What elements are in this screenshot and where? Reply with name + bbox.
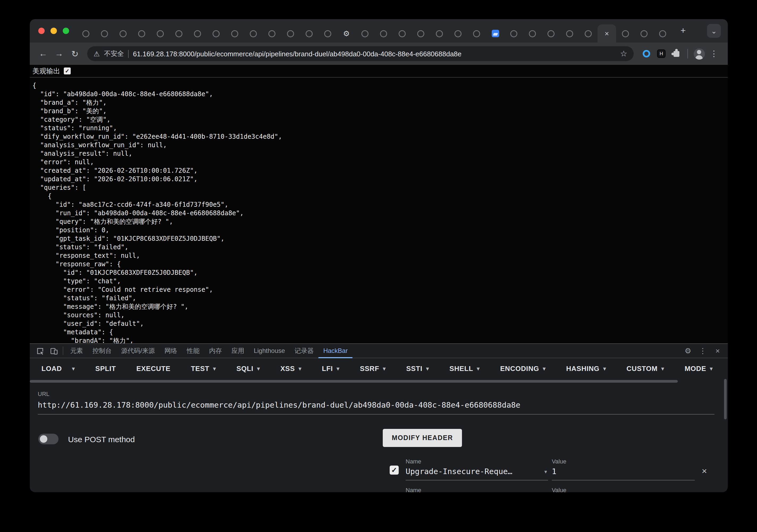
tab-search-chevron-button[interactable]: ⌄ — [707, 24, 721, 38]
new-tab-button[interactable]: + — [676, 24, 690, 38]
minimize-window-button[interactable] — [50, 28, 57, 34]
hackbar-button-sqli[interactable]: SQLI▾ — [236, 364, 260, 372]
browser-tab[interactable] — [169, 24, 188, 43]
hackbar-button-ssti[interactable]: SSTI▾ — [406, 364, 429, 372]
back-icon[interactable]: ← — [35, 46, 51, 62]
close-window-button[interactable] — [38, 28, 45, 34]
globe-favicon-icon — [436, 30, 443, 37]
extensions-puzzle-icon[interactable] — [669, 46, 683, 61]
browser-tab[interactable] — [76, 24, 95, 43]
browser-tab[interactable] — [635, 24, 653, 43]
devtools-menu-dots-icon[interactable]: ⋮ — [696, 345, 710, 357]
browser-tab[interactable] — [430, 24, 449, 43]
globe-favicon-icon — [361, 30, 368, 37]
browser-tab[interactable] — [542, 24, 560, 43]
active-tab[interactable]: × — [597, 24, 616, 43]
devtools-tab-lighthouse[interactable]: Lighthouse — [249, 343, 290, 358]
inspect-element-icon[interactable] — [33, 345, 47, 357]
tab-close-icon[interactable]: × — [605, 30, 609, 37]
browser-tab[interactable] — [300, 24, 318, 43]
hackbar-button-xss[interactable]: XSS▾ — [281, 364, 301, 372]
json-line: "status": "running", — [32, 124, 728, 132]
device-toolbar-icon[interactable] — [47, 345, 61, 357]
browser-menu-icon[interactable]: ⋮ — [707, 46, 721, 61]
browser-tab[interactable] — [411, 24, 430, 43]
browser-tab[interactable] — [616, 24, 635, 43]
header-enabled-checkbox[interactable]: ✓ — [390, 465, 399, 475]
devtools-tab-hackbar[interactable]: HackBar — [318, 343, 352, 358]
devtools-tab-内存[interactable]: 内存 — [204, 343, 227, 358]
gear-favicon-icon: ⚙ — [343, 30, 349, 37]
hackbar-button-custom[interactable]: CUSTOM▾ — [626, 364, 664, 372]
browser-tab[interactable] — [504, 24, 523, 43]
json-line: "type": "chat", — [32, 277, 728, 285]
hackbar-button-shell[interactable]: SHELL▾ — [449, 364, 480, 372]
browser-tab[interactable] — [356, 24, 374, 43]
hackbar-button-encoding[interactable]: ENCODING▾ — [500, 364, 546, 372]
browser-tab[interactable] — [151, 24, 169, 43]
devtools-tab-网络[interactable]: 网络 — [160, 343, 182, 358]
hackbar-button-load[interactable]: LOAD▾ — [42, 364, 75, 372]
browser-tab[interactable] — [263, 24, 281, 43]
toolbar-separator — [687, 49, 688, 58]
browser-tab[interactable] — [114, 24, 132, 43]
browser-tab[interactable] — [374, 24, 393, 43]
header-name-select[interactable]: Upgrade-Insecure-Reque… ▾ — [406, 464, 548, 481]
browser-tab[interactable] — [132, 24, 151, 43]
use-post-toggle[interactable] — [38, 434, 58, 444]
devtools-tab-元素[interactable]: 元素 — [65, 343, 88, 358]
profile-avatar[interactable] — [692, 46, 707, 61]
devtools-tab-源代码/来源[interactable]: 源代码/来源 — [116, 343, 160, 358]
browser-tab[interactable] — [560, 24, 579, 43]
hackbar-button-lfi[interactable]: LFI▾ — [322, 364, 339, 372]
devtools-tab-应用[interactable]: 应用 — [227, 343, 249, 358]
devtools-settings-gear-icon[interactable]: ⚙ — [681, 345, 695, 357]
extension-ring-icon[interactable] — [639, 46, 654, 61]
reload-icon[interactable]: ↻ — [67, 46, 83, 62]
header-remove-icon[interactable]: × — [702, 467, 707, 476]
extension-badge-icon[interactable]: H — [654, 46, 669, 61]
hackbar-button-mode[interactable]: MODE▾ — [685, 364, 713, 372]
hackbar-button-test[interactable]: TEST▾ — [191, 364, 216, 372]
maximize-window-button[interactable] — [63, 28, 69, 34]
modify-header-button[interactable]: MODIFY HEADER — [383, 429, 462, 447]
bookmark-star-icon[interactable]: ☆ — [620, 49, 627, 58]
hackbar-button-label: SSRF — [360, 364, 379, 372]
browser-tab[interactable] — [226, 24, 244, 43]
browser-tab[interactable] — [244, 24, 263, 43]
browser-tab[interactable] — [523, 24, 542, 43]
hackbar-button-ssrf[interactable]: SSRF▾ — [360, 364, 386, 372]
hackbar-button-execute[interactable]: EXECUTE — [136, 364, 170, 372]
browser-tab[interactable] — [449, 24, 467, 43]
browser-tab[interactable] — [579, 24, 597, 43]
browser-tab[interactable] — [188, 24, 207, 43]
hackbar-button-split[interactable]: SPLIT — [95, 364, 116, 372]
browser-tab[interactable] — [281, 24, 300, 43]
devtools-tab-性能[interactable]: 性能 — [182, 343, 204, 358]
address-bar[interactable]: ⚠ 不安全 61.169.28.178:8000/public/ecommerc… — [87, 46, 634, 61]
browser-tab[interactable] — [318, 24, 337, 43]
browser-tab[interactable] — [393, 24, 411, 43]
hackbar-button-hashing[interactable]: HASHING▾ — [566, 364, 606, 372]
devtools-tab-记录器[interactable]: 记录器 — [290, 343, 318, 358]
url-text[interactable]: 61.169.28.178:8000/public/ecommerce/api/… — [133, 50, 616, 58]
browser-tab[interactable] — [95, 24, 114, 43]
pretty-print-checkbox[interactable]: ✓ — [64, 68, 71, 74]
forward-icon[interactable]: → — [51, 46, 67, 62]
browser-tab[interactable] — [653, 24, 672, 43]
chevron-down-icon: ▾ — [544, 468, 547, 474]
security-warning-label[interactable]: 不安全 — [104, 49, 124, 58]
devtools-close-icon[interactable]: × — [711, 345, 725, 357]
devtools-tab-控制台[interactable]: 控制台 — [88, 343, 116, 358]
hackbar-button-row: LOAD▾SPLITEXECUTETEST▾SQLI▾XSS▾LFI▾SSRF▾… — [30, 358, 728, 378]
security-warning-icon[interactable]: ⚠ — [94, 50, 100, 58]
horizontal-scrollbar-thumb[interactable] — [30, 380, 678, 383]
window-controls — [30, 28, 76, 34]
header-value-input[interactable]: 1 — [552, 464, 695, 481]
browser-tab[interactable]: ⚙ — [337, 24, 356, 43]
browser-tab[interactable] — [467, 24, 486, 43]
url-field-value[interactable]: http://61.169.28.178:8000/public/ecommer… — [38, 401, 714, 415]
vertical-scrollbar-thumb[interactable] — [724, 379, 727, 419]
browser-tab[interactable] — [207, 24, 226, 43]
browser-tab[interactable] — [486, 24, 504, 43]
